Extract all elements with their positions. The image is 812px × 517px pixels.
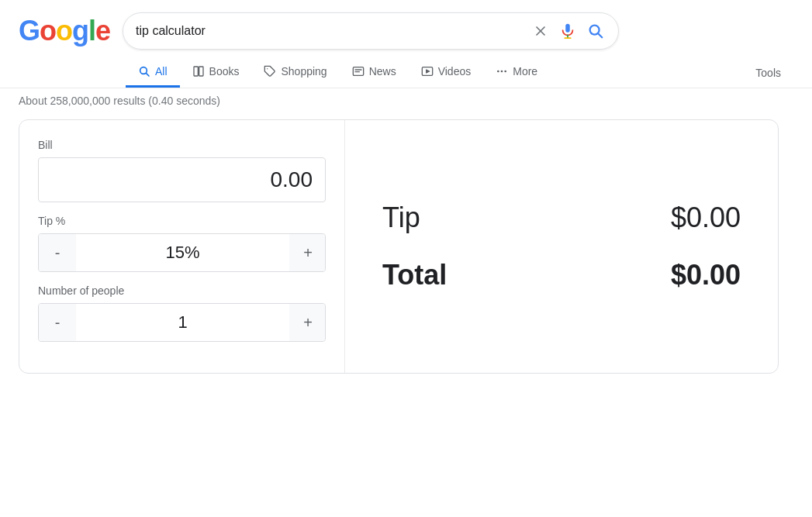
voice-search-button[interactable] — [558, 21, 578, 41]
people-increase-button[interactable]: + — [289, 304, 326, 341]
search-icon-nav — [138, 65, 150, 78]
news-icon — [352, 65, 365, 78]
calculator-right-panel: Tip $0.00 Total $0.00 — [345, 120, 778, 373]
tag-icon — [264, 65, 276, 78]
people-group: Number of people - + — [38, 284, 326, 342]
nav-label-news: News — [369, 65, 396, 78]
nav-items: All Books Shopping News — [126, 57, 550, 88]
nav-label-more: More — [513, 65, 537, 78]
dots-icon — [496, 65, 508, 78]
search-input[interactable]: tip calculator — [136, 24, 525, 38]
tip-result-label: Tip — [382, 202, 420, 234]
play-icon — [421, 65, 434, 78]
logo-letter-o2: o — [56, 15, 72, 47]
search-nav: All Books Shopping News — [0, 53, 812, 88]
tip-percent-stepper: - + — [38, 233, 326, 272]
nav-label-videos: Videos — [438, 65, 472, 78]
nav-item-books[interactable]: Books — [180, 57, 252, 88]
nav-item-shopping[interactable]: Shopping — [251, 57, 339, 88]
nav-item-news[interactable]: News — [340, 57, 409, 88]
nav-item-more[interactable]: More — [483, 57, 550, 88]
close-icon — [533, 23, 548, 39]
people-decrease-button[interactable]: - — [39, 304, 76, 341]
svg-line-8 — [146, 73, 149, 76]
logo-letter-e: e — [95, 15, 110, 47]
logo-letter-g2: g — [72, 15, 88, 47]
svg-rect-9 — [194, 67, 198, 76]
tip-percent-value[interactable] — [76, 243, 289, 263]
header: Google tip calculator — [0, 0, 812, 50]
search-bar: tip calculator — [123, 12, 619, 50]
logo-letter-l: l — [88, 15, 95, 47]
google-logo: Google — [19, 15, 110, 47]
people-label: Number of people — [38, 284, 326, 297]
search-button[interactable] — [586, 21, 606, 41]
logo-letter-g: G — [19, 15, 40, 47]
search-bar-icons — [531, 21, 606, 41]
search-icon — [587, 22, 604, 40]
svg-rect-10 — [199, 67, 202, 76]
tip-percent-group: Tip % - + — [38, 215, 326, 272]
nav-tools[interactable]: Tools — [743, 59, 793, 87]
nav-item-all[interactable]: All — [126, 57, 180, 88]
tip-calculator-widget: Bill Tip % - + Number of people - + Tip … — [19, 119, 779, 374]
people-stepper: - + — [38, 303, 326, 342]
svg-point-17 — [497, 71, 499, 73]
total-result-value: $0.00 — [671, 259, 741, 291]
tip-result-row: Tip $0.00 — [382, 202, 741, 234]
nav-label-all: All — [155, 65, 168, 78]
nav-label-shopping: Shopping — [281, 65, 327, 78]
nav-item-videos[interactable]: Videos — [409, 57, 484, 88]
svg-marker-16 — [426, 70, 429, 73]
results-info: About 258,000,000 results (0.40 seconds) — [0, 88, 812, 113]
total-result-label: Total — [382, 259, 447, 291]
logo-letter-o1: o — [40, 15, 56, 47]
people-value[interactable] — [76, 312, 289, 333]
results-count: About 258,000,000 results (0.40 seconds) — [19, 95, 220, 107]
tip-percent-decrease-button[interactable]: - — [39, 234, 76, 271]
svg-rect-2 — [565, 24, 570, 33]
tip-percent-label: Tip % — [38, 215, 326, 227]
calculator-left-panel: Bill Tip % - + Number of people - + — [19, 120, 345, 373]
microphone-icon — [559, 22, 576, 40]
clear-button[interactable] — [531, 22, 550, 40]
tip-percent-increase-button[interactable]: + — [289, 234, 326, 271]
svg-line-6 — [598, 33, 602, 37]
tip-result-value: $0.00 — [671, 202, 741, 234]
bill-input[interactable] — [38, 157, 326, 202]
total-result-row: Total $0.00 — [382, 259, 741, 291]
bill-label: Bill — [38, 139, 326, 151]
svg-point-19 — [505, 71, 507, 73]
book-icon — [192, 65, 205, 78]
nav-label-books: Books — [209, 65, 240, 78]
svg-point-18 — [501, 71, 503, 73]
